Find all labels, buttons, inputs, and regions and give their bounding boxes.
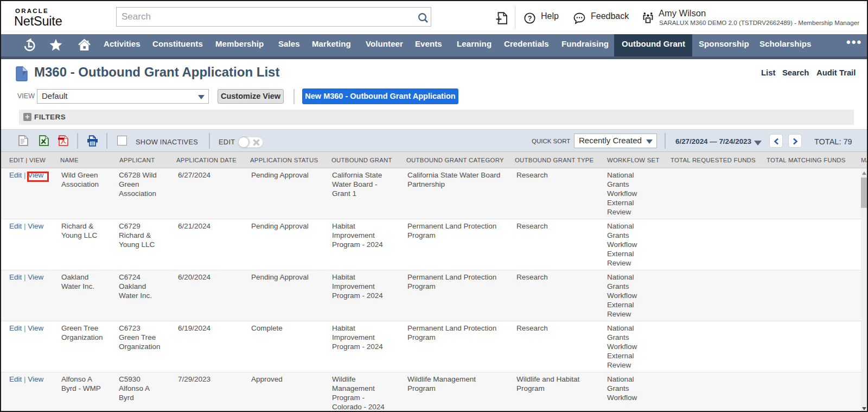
svg-text:?: ? (528, 15, 532, 22)
